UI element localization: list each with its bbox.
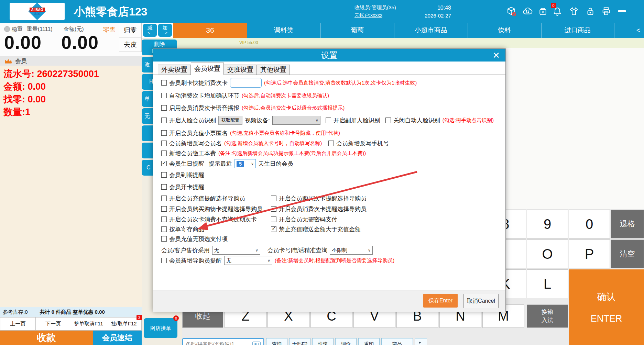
label-price-mode: 会员/客户售价采用	[161, 246, 210, 254]
tab-other-settings[interactable]: 其他设置	[257, 65, 290, 75]
save-button[interactable]: 保存Enter	[423, 294, 458, 308]
order-amount: 金额: 0.00	[3, 80, 46, 93]
backspace-key[interactable]: 退格	[611, 210, 644, 238]
checkbox-guide-buycard[interactable]	[271, 196, 276, 201]
minus-arrow: <--	[143, 30, 157, 35]
cancel-button[interactable]: 取消Cancel	[463, 294, 499, 308]
quick-card-input[interactable]	[230, 78, 262, 88]
sort-arrows-icon	[418, 341, 423, 345]
get-config-button[interactable]: 获取配置	[218, 116, 242, 125]
category-minus-button[interactable]: 减<--	[143, 24, 157, 37]
settings-tab-strip: 外卖设置 会员设置 交班设置 其他设置	[153, 63, 505, 75]
barcode-quick-button[interactable]: 快速	[312, 338, 334, 345]
category-tab-2[interactable]: 葡萄	[320, 23, 394, 38]
checkbox-confirm-step[interactable]	[161, 93, 167, 98]
category-tab-5[interactable]: 进口商品	[541, 23, 614, 38]
barcode-nocode-button[interactable]: 无码F2	[289, 338, 310, 345]
barcode-goods-button[interactable]: 商品	[381, 338, 413, 345]
cash-safe-icon[interactable]: ¥	[538, 6, 548, 16]
setting-row-expire-remind: 会员到期提醒	[161, 170, 204, 180]
checkbox-forbid-bonus-exceed[interactable]	[271, 226, 276, 232]
barcode-sort-button[interactable]	[415, 338, 427, 345]
tab-takeout-settings[interactable]: 外卖设置	[158, 65, 191, 75]
store-title: 小熊零食店123	[74, 4, 147, 20]
svg-text:¥: ¥	[542, 10, 544, 14]
offline-box-icon[interactable]	[506, 6, 516, 16]
barcode-search-button[interactable]: 查询	[266, 338, 287, 345]
tab-shift-settings[interactable]: 交班设置	[224, 65, 257, 75]
category-tab-1[interactable]: 调料类	[247, 23, 321, 38]
checkbox-quick-card[interactable]	[161, 80, 167, 86]
barcode-input[interactable]: 条码/拼音码/名称[F1]	[182, 338, 264, 345]
dialog-title-bar: 设置	[153, 49, 505, 62]
label-video-device: 视频设备:	[245, 116, 270, 124]
printer-icon[interactable]	[601, 6, 611, 16]
void-order-button[interactable]: 整单取消F11	[71, 317, 107, 331]
key-9[interactable]: 9	[527, 210, 568, 238]
tab-member-settings[interactable]: 会员设置	[191, 63, 224, 75]
dialog-close-icon[interactable]: ✕	[492, 50, 500, 61]
online-order-badge: 0	[173, 315, 179, 321]
checkbox-guide-recharge[interactable]	[161, 196, 167, 201]
next-page-button[interactable]: 下一页	[36, 317, 71, 331]
enter-label: ENTER	[591, 313, 622, 324]
tare-button[interactable]: 去皮	[119, 37, 142, 52]
exact-query-value: 不限制	[332, 247, 347, 254]
birthday-days-select[interactable]: 5∨	[234, 159, 256, 168]
checkout-button[interactable]: 收款	[0, 331, 93, 345]
key-0[interactable]: 0	[569, 210, 610, 238]
barcode-reprice-button[interactable]: 调价	[335, 338, 357, 345]
price-mode-select[interactable]: 无∨	[212, 246, 260, 255]
zero-button[interactable]: 归零	[119, 23, 142, 37]
clear-key[interactable]: 清空	[611, 240, 644, 268]
checkbox-no-password-pay[interactable]	[271, 216, 276, 222]
checkbox-disable-auto-face[interactable]	[385, 118, 391, 123]
ime-switch-key[interactable]: 换输入法	[527, 304, 568, 328]
hold-retrieve-label: 挂/取单F12	[111, 321, 137, 327]
checkbox-card-fee[interactable]	[161, 151, 167, 156]
online-order-button[interactable]: 网店接单 0	[144, 318, 177, 338]
category-collapse-button[interactable]: <	[633, 23, 644, 38]
checkbox-expired-card[interactable]	[161, 216, 167, 222]
minimize-button[interactable]	[618, 10, 626, 12]
category-plus-button[interactable]: 加-->	[158, 24, 172, 37]
checkbox-second-screen-face[interactable]	[326, 118, 331, 123]
checkbox-newcard-remind[interactable]	[161, 184, 167, 190]
category-tab-3[interactable]: 小超市商品	[394, 23, 468, 38]
setting-row-autofill-name: 会员新增反写会员名 (勾选,新增会员输入卡号时，自动填写名称) 会员新增反写手机…	[161, 138, 389, 148]
checkbox-guide-usecard[interactable]	[271, 206, 276, 212]
enter-key[interactable]: 确认 ENTER	[569, 269, 644, 345]
clothes-icon[interactable]	[569, 6, 579, 16]
checkbox-voice-broadcast[interactable]	[161, 105, 167, 111]
prev-page-button[interactable]: 上一页	[0, 317, 36, 331]
key-l[interactable]: L	[527, 269, 568, 298]
order-change: 找零: 0.00	[3, 93, 46, 105]
label-card-fee: 新增会员缴工本费	[169, 149, 216, 157]
barcode-reprint-button[interactable]: 重印	[358, 338, 380, 345]
checkbox-expire-remind[interactable]	[161, 172, 167, 178]
cloud-sync-icon[interactable]	[522, 6, 533, 16]
key-p[interactable]: P	[569, 240, 610, 268]
checkbox-anon-receipt[interactable]	[161, 130, 167, 136]
new-member-guide-select[interactable]: 无∨	[224, 256, 272, 265]
member-bar[interactable]: 会员	[0, 56, 142, 66]
online-order-label: 网店接单	[150, 325, 171, 332]
checkbox-birthday-remind[interactable]	[161, 161, 167, 166]
category-tab-4[interactable]: 饮料	[468, 23, 542, 38]
checkbox-new-member-guide[interactable]	[161, 258, 167, 263]
video-device-select[interactable]: ∨	[272, 116, 320, 125]
checkbox-autofill-phone[interactable]	[328, 141, 334, 146]
checkbox-no-preselect-pay[interactable]	[161, 236, 167, 242]
notification-bell-icon[interactable]: 0	[552, 6, 563, 16]
key-o[interactable]: O	[527, 240, 568, 268]
cloud-account-link[interactable]: 云帐户:xxxxx	[354, 11, 396, 19]
hold-retrieve-button[interactable]: 挂/取单F12 3	[106, 317, 142, 331]
checkbox-deposit-by-order[interactable]	[161, 226, 167, 232]
checkbox-guide-shopcard[interactable]	[161, 206, 167, 212]
category-tab-0[interactable]: 36	[173, 23, 247, 38]
lock-icon[interactable]	[585, 6, 596, 16]
member-quick-pay-button[interactable]: 会员速结	[93, 331, 142, 345]
checkbox-face-recognition[interactable]	[161, 118, 167, 123]
exact-query-select[interactable]: 不限制∨	[330, 246, 373, 255]
checkbox-autofill-name[interactable]	[161, 141, 167, 146]
